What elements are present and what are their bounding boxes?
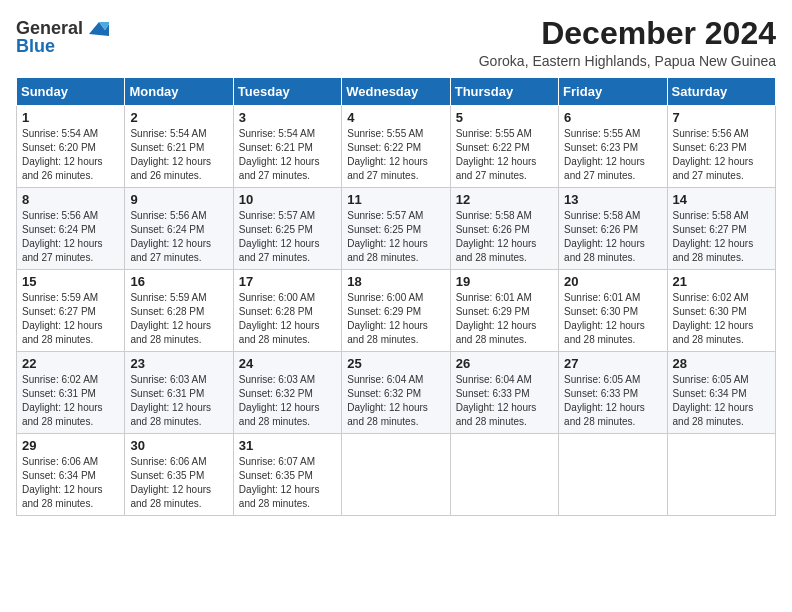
calendar-cell: 9 Sunrise: 5:56 AM Sunset: 6:24 PM Dayli… [125,188,233,270]
calendar-cell: 12 Sunrise: 5:58 AM Sunset: 6:26 PM Dayl… [450,188,558,270]
calendar-week-row: 15 Sunrise: 5:59 AM Sunset: 6:27 PM Dayl… [17,270,776,352]
day-number: 14 [673,192,770,207]
day-number: 10 [239,192,336,207]
calendar-cell: 28 Sunrise: 6:05 AM Sunset: 6:34 PM Dayl… [667,352,775,434]
weekday-header-friday: Friday [559,78,667,106]
cell-info: Sunrise: 5:54 AM Sunset: 6:21 PM Dayligh… [130,127,227,183]
calendar-cell: 7 Sunrise: 5:56 AM Sunset: 6:23 PM Dayli… [667,106,775,188]
day-number: 9 [130,192,227,207]
weekday-header-sunday: Sunday [17,78,125,106]
cell-info: Sunrise: 6:03 AM Sunset: 6:31 PM Dayligh… [130,373,227,429]
cell-info: Sunrise: 5:55 AM Sunset: 6:22 PM Dayligh… [347,127,444,183]
cell-info: Sunrise: 5:59 AM Sunset: 6:28 PM Dayligh… [130,291,227,347]
day-number: 26 [456,356,553,371]
day-number: 3 [239,110,336,125]
weekday-header-row: SundayMondayTuesdayWednesdayThursdayFrid… [17,78,776,106]
calendar-cell: 13 Sunrise: 5:58 AM Sunset: 6:26 PM Dayl… [559,188,667,270]
cell-info: Sunrise: 5:58 AM Sunset: 6:26 PM Dayligh… [564,209,661,265]
calendar: SundayMondayTuesdayWednesdayThursdayFrid… [16,77,776,516]
calendar-cell: 4 Sunrise: 5:55 AM Sunset: 6:22 PM Dayli… [342,106,450,188]
cell-info: Sunrise: 5:56 AM Sunset: 6:23 PM Dayligh… [673,127,770,183]
cell-info: Sunrise: 5:59 AM Sunset: 6:27 PM Dayligh… [22,291,119,347]
day-number: 13 [564,192,661,207]
day-number: 30 [130,438,227,453]
calendar-week-row: 29 Sunrise: 6:06 AM Sunset: 6:34 PM Dayl… [17,434,776,516]
calendar-cell: 16 Sunrise: 5:59 AM Sunset: 6:28 PM Dayl… [125,270,233,352]
day-number: 11 [347,192,444,207]
calendar-cell: 14 Sunrise: 5:58 AM Sunset: 6:27 PM Dayl… [667,188,775,270]
calendar-cell: 20 Sunrise: 6:01 AM Sunset: 6:30 PM Dayl… [559,270,667,352]
calendar-cell: 24 Sunrise: 6:03 AM Sunset: 6:32 PM Dayl… [233,352,341,434]
weekday-header-thursday: Thursday [450,78,558,106]
weekday-header-wednesday: Wednesday [342,78,450,106]
day-number: 5 [456,110,553,125]
calendar-cell [667,434,775,516]
cell-info: Sunrise: 5:56 AM Sunset: 6:24 PM Dayligh… [22,209,119,265]
day-number: 17 [239,274,336,289]
page-subtitle: Goroka, Eastern Highlands, Papua New Gui… [479,53,776,69]
day-number: 27 [564,356,661,371]
calendar-cell: 17 Sunrise: 6:00 AM Sunset: 6:28 PM Dayl… [233,270,341,352]
calendar-cell [342,434,450,516]
calendar-cell: 10 Sunrise: 5:57 AM Sunset: 6:25 PM Dayl… [233,188,341,270]
day-number: 29 [22,438,119,453]
cell-info: Sunrise: 6:01 AM Sunset: 6:30 PM Dayligh… [564,291,661,347]
day-number: 7 [673,110,770,125]
cell-info: Sunrise: 6:00 AM Sunset: 6:29 PM Dayligh… [347,291,444,347]
cell-info: Sunrise: 6:04 AM Sunset: 6:33 PM Dayligh… [456,373,553,429]
day-number: 2 [130,110,227,125]
calendar-cell: 23 Sunrise: 6:03 AM Sunset: 6:31 PM Dayl… [125,352,233,434]
day-number: 28 [673,356,770,371]
calendar-cell: 22 Sunrise: 6:02 AM Sunset: 6:31 PM Dayl… [17,352,125,434]
title-area: December 2024 Goroka, Eastern Highlands,… [479,16,776,69]
cell-info: Sunrise: 5:54 AM Sunset: 6:21 PM Dayligh… [239,127,336,183]
logo-blue-text: Blue [16,36,55,57]
cell-info: Sunrise: 6:05 AM Sunset: 6:33 PM Dayligh… [564,373,661,429]
cell-info: Sunrise: 5:57 AM Sunset: 6:25 PM Dayligh… [239,209,336,265]
cell-info: Sunrise: 6:02 AM Sunset: 6:30 PM Dayligh… [673,291,770,347]
calendar-cell: 31 Sunrise: 6:07 AM Sunset: 6:35 PM Dayl… [233,434,341,516]
cell-info: Sunrise: 5:57 AM Sunset: 6:25 PM Dayligh… [347,209,444,265]
cell-info: Sunrise: 5:54 AM Sunset: 6:20 PM Dayligh… [22,127,119,183]
calendar-cell: 15 Sunrise: 5:59 AM Sunset: 6:27 PM Dayl… [17,270,125,352]
cell-info: Sunrise: 5:56 AM Sunset: 6:24 PM Dayligh… [130,209,227,265]
day-number: 18 [347,274,444,289]
weekday-header-saturday: Saturday [667,78,775,106]
calendar-cell: 18 Sunrise: 6:00 AM Sunset: 6:29 PM Dayl… [342,270,450,352]
day-number: 8 [22,192,119,207]
day-number: 22 [22,356,119,371]
calendar-cell [450,434,558,516]
logo-icon [85,16,109,40]
day-number: 1 [22,110,119,125]
calendar-cell: 8 Sunrise: 5:56 AM Sunset: 6:24 PM Dayli… [17,188,125,270]
calendar-cell: 21 Sunrise: 6:02 AM Sunset: 6:30 PM Dayl… [667,270,775,352]
cell-info: Sunrise: 6:05 AM Sunset: 6:34 PM Dayligh… [673,373,770,429]
day-number: 4 [347,110,444,125]
day-number: 6 [564,110,661,125]
day-number: 25 [347,356,444,371]
cell-info: Sunrise: 6:03 AM Sunset: 6:32 PM Dayligh… [239,373,336,429]
calendar-cell: 26 Sunrise: 6:04 AM Sunset: 6:33 PM Dayl… [450,352,558,434]
cell-info: Sunrise: 6:07 AM Sunset: 6:35 PM Dayligh… [239,455,336,511]
calendar-cell: 30 Sunrise: 6:06 AM Sunset: 6:35 PM Dayl… [125,434,233,516]
cell-info: Sunrise: 5:55 AM Sunset: 6:23 PM Dayligh… [564,127,661,183]
cell-info: Sunrise: 5:58 AM Sunset: 6:27 PM Dayligh… [673,209,770,265]
calendar-cell: 25 Sunrise: 6:04 AM Sunset: 6:32 PM Dayl… [342,352,450,434]
cell-info: Sunrise: 5:55 AM Sunset: 6:22 PM Dayligh… [456,127,553,183]
cell-info: Sunrise: 6:04 AM Sunset: 6:32 PM Dayligh… [347,373,444,429]
calendar-cell: 27 Sunrise: 6:05 AM Sunset: 6:33 PM Dayl… [559,352,667,434]
calendar-cell: 1 Sunrise: 5:54 AM Sunset: 6:20 PM Dayli… [17,106,125,188]
weekday-header-monday: Monday [125,78,233,106]
day-number: 16 [130,274,227,289]
calendar-cell: 6 Sunrise: 5:55 AM Sunset: 6:23 PM Dayli… [559,106,667,188]
cell-info: Sunrise: 5:58 AM Sunset: 6:26 PM Dayligh… [456,209,553,265]
day-number: 12 [456,192,553,207]
calendar-week-row: 1 Sunrise: 5:54 AM Sunset: 6:20 PM Dayli… [17,106,776,188]
calendar-cell: 3 Sunrise: 5:54 AM Sunset: 6:21 PM Dayli… [233,106,341,188]
day-number: 20 [564,274,661,289]
calendar-cell: 5 Sunrise: 5:55 AM Sunset: 6:22 PM Dayli… [450,106,558,188]
day-number: 31 [239,438,336,453]
calendar-week-row: 22 Sunrise: 6:02 AM Sunset: 6:31 PM Dayl… [17,352,776,434]
day-number: 24 [239,356,336,371]
cell-info: Sunrise: 6:06 AM Sunset: 6:34 PM Dayligh… [22,455,119,511]
